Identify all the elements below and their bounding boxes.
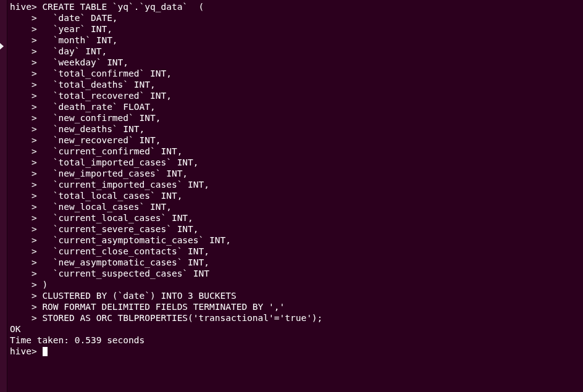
terminal-prompt: >	[10, 246, 37, 256]
terminal-prompt: >	[10, 46, 37, 56]
terminal-line: > `total_confirmed` INT,	[10, 68, 581, 79]
terminal-text: `death_rate` FLOAT,	[37, 102, 156, 112]
terminal-text: `day` INT,	[37, 46, 107, 56]
terminal-prompt: >	[10, 57, 37, 67]
launcher-arrow-icon	[0, 42, 4, 51]
terminal-text: `new_imported_cases` INT,	[37, 169, 188, 178]
terminal-prompt: >	[10, 169, 37, 178]
terminal-prompt: >	[10, 213, 37, 223]
terminal-text: `new_confirmed` INT,	[37, 113, 161, 123]
terminal-current-line[interactable]: hive>	[10, 346, 581, 357]
terminal-text: `new_local_cases` INT,	[37, 202, 172, 212]
terminal-text: `year` INT,	[37, 24, 112, 34]
terminal-prompt: >	[10, 13, 37, 23]
terminal-prompt: >	[10, 124, 37, 134]
terminal-prompt: >	[10, 146, 37, 156]
terminal-line: > )	[10, 279, 581, 290]
terminal-line: > `total_imported_cases` INT,	[10, 157, 581, 168]
terminal-result-line: Time taken: 0.539 seconds	[10, 335, 581, 346]
terminal-line: > `total_recovered` INT,	[10, 90, 581, 101]
terminal-line: > `current_severe_cases` INT,	[10, 223, 581, 235]
terminal-prompt: >	[10, 157, 37, 167]
terminal-text: `current_suspected_cases` INT	[37, 269, 209, 278]
terminal-line: > ROW FORMAT DELIMITED FIELDS TERMINATED…	[10, 301, 581, 312]
terminal-line: > `month` INT,	[10, 35, 581, 46]
cursor-icon	[43, 347, 48, 356]
terminal-text: `current_close_contacts` INT,	[37, 246, 209, 256]
terminal-line: > `new_asymptomatic_cases` INT,	[10, 257, 581, 268]
terminal-text: CLUSTERED BY (`date`) INTO 3 BUCKETS	[37, 291, 237, 301]
terminal-prompt: hive>	[10, 2, 37, 12]
terminal-text: `date` DATE,	[37, 13, 118, 23]
terminal-text: `month` INT,	[37, 35, 118, 45]
terminal-prompt: hive>	[10, 346, 37, 356]
terminal-line: > `date` DATE,	[10, 12, 581, 23]
terminal-line: > STORED AS ORC TBLPROPERTIES('transacti…	[10, 312, 581, 323]
terminal-prompt: >	[10, 257, 37, 267]
terminal-prompt: >	[10, 24, 37, 34]
terminal-line: > `total_deaths` INT,	[10, 79, 581, 90]
terminal-line: > `current_suspected_cases` INT	[10, 268, 581, 279]
terminal-prompt: >	[10, 35, 37, 45]
terminal-text: `total_recovered` INT,	[37, 91, 172, 101]
terminal-prompt: >	[10, 235, 37, 245]
terminal-prompt: >	[10, 113, 37, 123]
terminal-text: `total_imported_cases` INT,	[37, 157, 199, 167]
terminal-line: > `year` INT,	[10, 23, 581, 35]
terminal-text: CREATE TABLE `yq`.`yq_data` (	[37, 2, 204, 12]
terminal-prompt: >	[10, 80, 37, 90]
terminal-prompt: >	[10, 191, 37, 201]
terminal-line: hive> CREATE TABLE `yq`.`yq_data` (	[10, 1, 581, 12]
terminal-text: `current_imported_cases` INT,	[37, 180, 209, 190]
terminal-line: > `weekday` INT,	[10, 57, 581, 68]
terminal-text: )	[37, 280, 48, 290]
terminal-prompt: >	[10, 180, 37, 190]
terminal-line: > `death_rate` FLOAT,	[10, 101, 581, 112]
terminal-line: > `day` INT,	[10, 46, 581, 57]
terminal-text: `current_local_cases` INT,	[37, 213, 193, 223]
terminal-prompt: >	[10, 313, 37, 323]
terminal-text: `current_severe_cases` INT,	[37, 224, 199, 234]
terminal-prompt: >	[10, 280, 37, 290]
terminal-text: `new_recovered` INT,	[37, 135, 161, 145]
terminal-prompt: >	[10, 291, 37, 301]
terminal-line: > `total_local_cases` INT,	[10, 190, 581, 201]
terminal-prompt: >	[10, 269, 37, 278]
terminal-line: > `new_deaths` INT,	[10, 123, 581, 135]
terminal-line: > `current_local_cases` INT,	[10, 212, 581, 223]
launcher-strip	[0, 0, 7, 392]
terminal-prompt: >	[10, 69, 37, 78]
terminal-area[interactable]: hive> CREATE TABLE `yq`.`yq_data` ( > `d…	[7, 0, 583, 392]
terminal-text: `weekday` INT,	[37, 57, 128, 67]
terminal-prompt: >	[10, 91, 37, 101]
terminal-prompt: >	[10, 202, 37, 212]
terminal-prompt: >	[10, 102, 37, 112]
terminal-line: > `new_recovered` INT,	[10, 135, 581, 146]
terminal-prompt: >	[10, 224, 37, 234]
terminal-text: `current_asymptomatic_cases` INT,	[37, 235, 231, 245]
terminal-result-line: OK	[10, 323, 581, 335]
terminal-text: `new_deaths` INT,	[37, 124, 145, 134]
terminal-prompt: >	[10, 302, 37, 312]
terminal-text: `total_local_cases` INT,	[37, 191, 183, 201]
terminal-line: > `current_confirmed` INT,	[10, 146, 581, 157]
terminal-text: ROW FORMAT DELIMITED FIELDS TERMINATED B…	[37, 302, 285, 312]
terminal-text: `current_confirmed` INT,	[37, 146, 183, 156]
terminal-line: > `current_imported_cases` INT,	[10, 179, 581, 190]
terminal-line: > `new_local_cases` INT,	[10, 201, 581, 212]
terminal-text: `total_deaths` INT,	[37, 80, 156, 90]
terminal-text: `total_confirmed` INT,	[37, 69, 172, 78]
terminal-text: `new_asymptomatic_cases` INT,	[37, 257, 209, 267]
terminal-line: > `current_close_contacts` INT,	[10, 246, 581, 257]
terminal-text: STORED AS ORC TBLPROPERTIES('transaction…	[37, 313, 323, 323]
terminal-line: > `new_imported_cases` INT,	[10, 168, 581, 179]
terminal-line: > `current_asymptomatic_cases` INT,	[10, 235, 581, 246]
terminal-prompt: >	[10, 135, 37, 145]
terminal-output: hive> CREATE TABLE `yq`.`yq_data` ( > `d…	[10, 1, 581, 346]
terminal-line: > CLUSTERED BY (`date`) INTO 3 BUCKETS	[10, 290, 581, 301]
terminal-line: > `new_confirmed` INT,	[10, 112, 581, 123]
